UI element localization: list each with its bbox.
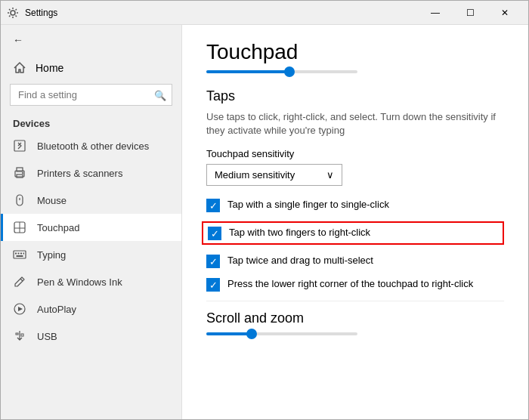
checkbox-single-tap-box[interactable]: ✓ (206, 199, 220, 212)
checkbox-single-tap[interactable]: ✓ Tap with a single finger to single-cli… (206, 198, 504, 212)
sidebar-nav-top: ← (1, 25, 181, 55)
scroll-slider-thumb[interactable] (246, 329, 257, 339)
scroll-section-title: Scroll and zoom (206, 301, 504, 326)
checkbox-two-finger-tap[interactable]: ✓ Tap with two fingers to right-click (202, 221, 504, 245)
scroll-slider-track[interactable] (206, 332, 357, 335)
checkbox-double-tap-box[interactable]: ✓ (206, 255, 220, 268)
pen-icon (13, 275, 26, 289)
svg-rect-12 (15, 253, 17, 255)
sidebar-search: 🔍 (10, 84, 172, 106)
checkmark-icon-3: ✓ (209, 257, 218, 267)
window-title: Settings (25, 8, 418, 18)
svg-rect-11 (14, 251, 26, 258)
svg-rect-1 (14, 141, 25, 151)
sensitivity-dropdown[interactable]: Medium sensitivity ∨ (206, 164, 342, 186)
usb-icon (13, 329, 26, 343)
checkbox-two-finger-tap-box[interactable]: ✓ (208, 227, 221, 240)
svg-marker-18 (18, 307, 23, 311)
sidebar: ← Home 🔍 Devices (1, 25, 182, 419)
taps-section-title: Taps (206, 88, 504, 104)
printer-icon (13, 166, 26, 180)
sidebar-item-mouse-label: Mouse (37, 195, 67, 206)
checkmark-icon-4: ✓ (209, 280, 218, 290)
checkbox-lower-right-box[interactable]: ✓ (206, 278, 220, 292)
sidebar-item-touchpad[interactable]: Touchpad (1, 214, 181, 241)
autoplay-icon (13, 302, 26, 316)
taps-section-desc: Use taps to click, right-click, and sele… (206, 110, 504, 137)
content-area: ← Home 🔍 Devices (1, 25, 528, 419)
mouse-icon (13, 193, 26, 207)
sidebar-item-mouse[interactable]: Mouse (1, 187, 181, 214)
checkbox-single-tap-label: Tap with a single finger to single-click (227, 198, 389, 212)
sidebar-item-touchpad-label: Touchpad (37, 222, 79, 233)
scroll-slider-fill (206, 332, 252, 335)
sidebar-item-typing[interactable]: Typing (1, 241, 181, 268)
sidebar-item-autoplay[interactable]: AutoPlay (1, 295, 181, 323)
settings-icon (7, 7, 19, 19)
sidebar-item-bluetooth-label: Bluetooth & other devices (37, 141, 149, 152)
checkbox-two-finger-tap-label: Tap with two fingers to right-click (229, 226, 370, 239)
touchpad-slider-track[interactable] (206, 70, 357, 73)
typing-icon (13, 248, 26, 261)
sidebar-item-typing-label: Typing (37, 249, 66, 261)
sidebar-item-usb[interactable]: USB (1, 323, 181, 350)
window-controls: — ☐ ✕ (418, 1, 522, 25)
home-icon (13, 61, 26, 75)
checkbox-lower-right[interactable]: ✓ Press the lower right corner of the to… (206, 277, 504, 292)
svg-point-5 (22, 172, 23, 174)
titlebar: Settings — ☐ ✕ (1, 1, 528, 25)
dropdown-arrow-icon: ∨ (326, 169, 334, 181)
sidebar-item-printers-label: Printers & scanners (37, 168, 122, 179)
checkbox-double-tap-label: Tap twice and drag to multi-select (227, 254, 373, 267)
slider-fill (206, 70, 289, 73)
sidebar-item-usb-label: USB (37, 331, 57, 342)
sensitivity-label: Touchpad sensitivity (206, 148, 504, 159)
sidebar-section-title: Devices (1, 112, 181, 132)
search-icon: 🔍 (154, 89, 166, 100)
home-label: Home (36, 62, 63, 74)
checkbox-lower-right-label: Press the lower right corner of the touc… (227, 277, 473, 291)
svg-rect-13 (18, 253, 20, 255)
page-title: Touchpad (206, 40, 504, 64)
scroll-slider-container (206, 332, 504, 335)
search-input[interactable] (10, 84, 172, 106)
maximize-button[interactable]: ☐ (453, 1, 487, 25)
sidebar-item-pen[interactable]: Pen & Windows Ink (1, 268, 181, 295)
sidebar-item-printers[interactable]: Printers & scanners (1, 159, 181, 187)
sidebar-item-home[interactable]: Home (1, 55, 181, 81)
svg-rect-19 (16, 333, 18, 335)
sidebar-item-autoplay-label: AutoPlay (37, 304, 76, 315)
svg-rect-20 (21, 334, 23, 336)
minimize-button[interactable]: — (418, 1, 453, 25)
main-content: Touchpad Taps Use taps to click, right-c… (182, 25, 528, 419)
settings-window: Settings — ☐ ✕ ← Home (0, 0, 529, 420)
bluetooth-icon (13, 139, 26, 153)
sensitivity-container: Touchpad sensitivity Medium sensitivity … (206, 148, 504, 186)
touchpad-slider-container (206, 70, 504, 73)
checkmark-icon: ✓ (209, 201, 218, 211)
svg-rect-14 (20, 253, 22, 255)
close-button[interactable]: ✕ (487, 1, 522, 25)
sidebar-item-pen-label: Pen & Windows Ink (37, 276, 122, 288)
checkbox-double-tap[interactable]: ✓ Tap twice and drag to multi-select (206, 254, 504, 268)
svg-point-0 (11, 11, 15, 15)
touchpad-icon (13, 221, 26, 234)
sensitivity-value: Medium sensitivity (215, 169, 295, 181)
slider-thumb[interactable] (284, 66, 295, 77)
checkmark-icon-2: ✓ (211, 229, 219, 239)
svg-rect-15 (23, 253, 25, 255)
svg-rect-16 (17, 255, 23, 257)
sidebar-item-bluetooth[interactable]: Bluetooth & other devices (1, 132, 181, 159)
back-button[interactable]: ← (10, 31, 26, 49)
